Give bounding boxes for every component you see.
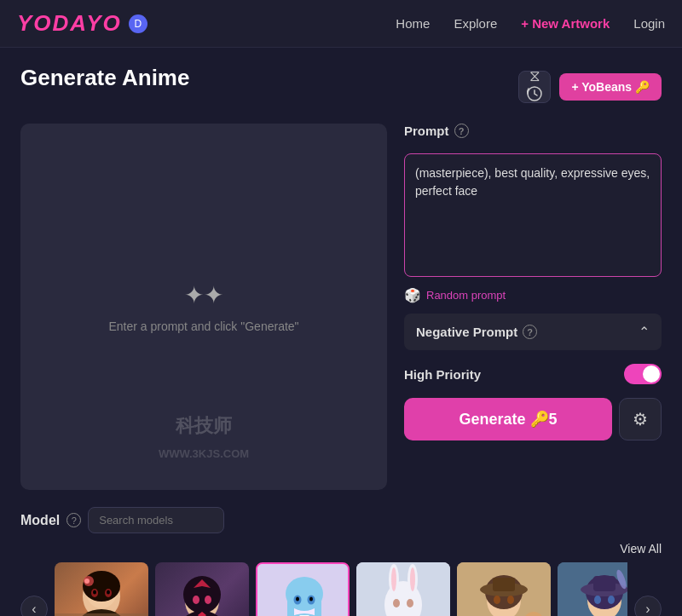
svg-rect-48 <box>493 578 515 591</box>
logo-container: YODAYO D <box>17 10 147 37</box>
gear-icon: ⚙ <box>633 409 648 429</box>
generate-row: Generate 🔑5 ⚙ <box>404 398 662 440</box>
thumbnail-4[interactable]: i <box>356 562 450 616</box>
svg-point-39 <box>407 599 413 607</box>
view-all-row: View All <box>20 542 662 556</box>
generate-button[interactable]: Generate 🔑5 <box>404 398 612 440</box>
svg-point-38 <box>393 599 400 607</box>
high-priority-row: High Priority <box>404 360 662 388</box>
svg-rect-24 <box>287 598 294 616</box>
nav-links: Home Explore + New Artwork Login <box>396 16 665 31</box>
svg-point-36 <box>391 567 396 591</box>
thumbnail-1[interactable] <box>55 562 148 616</box>
svg-point-17 <box>205 596 211 604</box>
yobeans-button[interactable]: + YoBeans 🔑 <box>559 73 662 101</box>
thumbnails-row: ‹ <box>20 562 662 616</box>
svg-rect-56 <box>593 576 616 591</box>
thumbnail-2[interactable] <box>155 562 249 616</box>
chevron-up-icon: ⌃ <box>639 324 650 340</box>
high-priority-toggle[interactable] <box>624 364 662 384</box>
thumbnails-list: i <box>55 562 627 616</box>
prompt-label-row: Prompt ? <box>404 124 662 138</box>
navbar: YODAYO D Home Explore + New Artwork Logi… <box>0 0 682 48</box>
model-row: Model ? <box>20 507 662 533</box>
toggle-knob <box>643 366 660 383</box>
thumb-prev-button[interactable]: ‹ <box>20 596 48 616</box>
svg-point-50 <box>507 596 514 604</box>
svg-point-59 <box>608 596 615 604</box>
thumbnail-6[interactable] <box>558 562 627 616</box>
svg-point-37 <box>410 567 415 591</box>
model-help-icon[interactable]: ? <box>66 513 81 527</box>
prompt-textarea[interactable]: (masterpiece), best quality, expressive … <box>404 153 662 277</box>
svg-point-29 <box>309 597 313 602</box>
history-icon: ⧖ <box>519 67 550 107</box>
svg-point-16 <box>193 596 199 604</box>
model-label: Model <box>20 513 60 528</box>
prompt-help-icon[interactable]: ? <box>454 124 469 138</box>
canvas-hint: Enter a prompt and click "Generate" <box>108 320 298 333</box>
nav-explore[interactable]: Explore <box>454 16 497 31</box>
history-button[interactable]: ⧖ <box>518 71 551 103</box>
svg-rect-25 <box>315 598 321 616</box>
svg-point-6 <box>84 579 90 584</box>
nav-home[interactable]: Home <box>396 16 430 31</box>
high-priority-label: High Priority <box>404 367 481 382</box>
thumb-next-button[interactable]: › <box>634 596 662 616</box>
watermark-line1: 科技师 <box>176 413 232 439</box>
page-title: Generate Anime <box>20 65 189 91</box>
bottom-section: Model ? View All ‹ <box>20 507 662 616</box>
prompt-label-text: Prompt <box>404 124 449 138</box>
view-all-button[interactable]: View All <box>620 542 662 556</box>
discord-badge[interactable]: D <box>129 14 147 33</box>
content-row: ✦✦ Enter a prompt and click "Generate" 科… <box>20 124 662 490</box>
svg-point-58 <box>594 596 601 604</box>
random-prompt-button[interactable]: 🎲 Random prompt <box>404 287 662 303</box>
nav-new-artwork[interactable]: + New Artwork <box>521 16 610 31</box>
svg-point-28 <box>296 597 299 602</box>
dice-icon: 🎲 <box>404 287 421 303</box>
controls-area: Prompt ? (masterpiece), best quality, ex… <box>404 124 662 440</box>
sparkle-icon: ✦✦ <box>184 281 223 309</box>
thumbnail-3[interactable] <box>256 562 350 616</box>
thumbnail-5[interactable] <box>457 562 551 616</box>
nav-login[interactable]: Login <box>633 16 665 31</box>
svg-point-49 <box>494 596 500 604</box>
svg-point-4 <box>83 571 120 602</box>
svg-point-10 <box>107 590 110 595</box>
svg-point-9 <box>93 590 96 595</box>
settings-button[interactable]: ⚙ <box>619 398 662 440</box>
logo-text: YODAYO <box>17 10 122 37</box>
negative-prompt-row[interactable]: Negative Prompt ? ⌃ <box>404 314 662 350</box>
negative-prompt-help-icon[interactable]: ? <box>523 325 537 339</box>
canvas-area: ✦✦ Enter a prompt and click "Generate" 科… <box>20 124 387 490</box>
model-search-input[interactable] <box>88 507 224 533</box>
watermark-line2: WWW.3KJS.COM <box>159 447 249 460</box>
negative-prompt-label: Negative Prompt ? <box>416 325 537 339</box>
main-container: Generate Anime ⧖ + YoBeans 🔑 ✦✦ Enter a … <box>0 48 682 616</box>
